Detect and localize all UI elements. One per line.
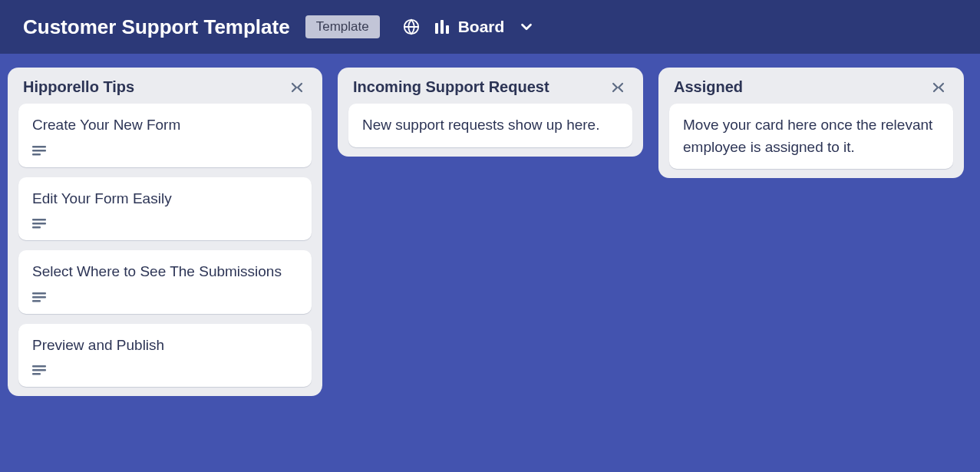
list-hipporello-tips: Hipporello Tips Create Your New Form Edi… xyxy=(8,68,322,396)
list-incoming-support-request: Incoming Support Request New support req… xyxy=(338,68,643,157)
card[interactable]: Preview and Publish xyxy=(18,324,312,388)
card[interactable]: Create Your New Form xyxy=(18,104,312,167)
svg-rect-2 xyxy=(32,150,46,152)
list-title[interactable]: Incoming Support Request xyxy=(353,78,549,96)
card-badges xyxy=(32,292,298,303)
svg-rect-1 xyxy=(32,146,46,148)
description-icon xyxy=(32,219,46,229)
board-area: Hipporello Tips Create Your New Form Edi… xyxy=(0,54,980,472)
svg-rect-6 xyxy=(32,226,41,229)
chevron-down-icon xyxy=(518,18,535,35)
template-badge[interactable]: Template xyxy=(305,15,380,38)
collapse-list-icon[interactable] xyxy=(929,81,949,94)
svg-rect-9 xyxy=(32,300,41,302)
description-icon xyxy=(32,365,46,376)
svg-rect-12 xyxy=(32,373,41,375)
card[interactable]: New support requests show up here. xyxy=(348,104,632,147)
card-title: Edit Your Form Easily xyxy=(32,188,298,210)
card-title: Preview and Publish xyxy=(32,335,298,357)
list-assigned: Assigned Move your card here once the re… xyxy=(658,68,964,178)
board-title[interactable]: Customer Support Template xyxy=(23,15,290,39)
svg-rect-3 xyxy=(32,153,41,156)
card-badges xyxy=(32,219,298,229)
collapse-list-icon[interactable] xyxy=(287,81,307,94)
card[interactable]: Move your card here once the relevant em… xyxy=(669,104,953,169)
view-switcher[interactable]: Board xyxy=(435,18,536,36)
svg-rect-4 xyxy=(32,219,46,221)
card-badges xyxy=(32,146,298,157)
list-title[interactable]: Assigned xyxy=(674,78,743,96)
list-header: Hipporello Tips xyxy=(8,68,322,104)
card-title: Move your card here once the relevant em… xyxy=(683,114,939,158)
card[interactable]: Edit Your Form Easily xyxy=(18,177,312,241)
card-title: Select Where to See The Submissions xyxy=(32,261,298,283)
visibility-button[interactable] xyxy=(403,18,420,35)
globe-icon xyxy=(403,18,420,35)
board-header: Customer Support Template Template Board xyxy=(0,0,980,54)
svg-rect-5 xyxy=(32,223,46,225)
svg-rect-8 xyxy=(32,296,46,299)
card[interactable]: Select Where to See The Submissions xyxy=(18,250,312,314)
list-cards: Move your card here once the relevant em… xyxy=(658,104,964,178)
board-view-icon xyxy=(435,20,449,34)
svg-rect-10 xyxy=(32,365,46,368)
description-icon xyxy=(32,146,46,157)
list-header: Assigned xyxy=(658,68,964,104)
card-title: New support requests show up here. xyxy=(362,114,619,137)
list-cards: Create Your New Form Edit Your Form Easi… xyxy=(8,104,322,396)
collapse-list-icon[interactable] xyxy=(608,81,628,94)
list-title[interactable]: Hipporello Tips xyxy=(23,78,134,96)
card-badges xyxy=(32,365,298,376)
view-label: Board xyxy=(458,18,505,36)
card-title: Create Your New Form xyxy=(32,114,298,137)
svg-rect-11 xyxy=(32,369,46,371)
list-header: Incoming Support Request xyxy=(338,68,643,104)
svg-rect-7 xyxy=(32,292,46,295)
description-icon xyxy=(32,292,46,303)
list-cards: New support requests show up here. xyxy=(338,104,643,157)
